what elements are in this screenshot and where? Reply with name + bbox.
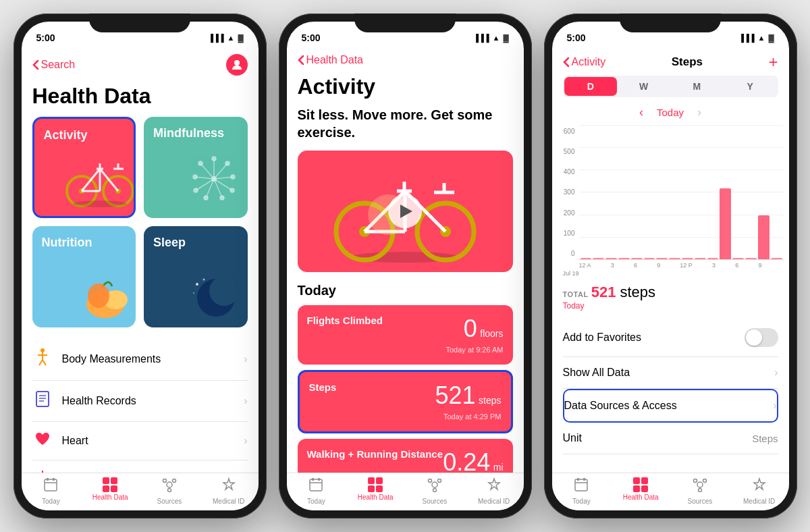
y-label-0: 0 — [558, 250, 575, 257]
favorites-toggle[interactable] — [745, 328, 778, 347]
video-banner[interactable] — [298, 151, 513, 272]
nav-back-3[interactable]: Activity — [563, 56, 606, 68]
next-date-arrow[interactable]: › — [697, 105, 701, 119]
tab-health-label-2: Health Data — [358, 494, 394, 501]
nav-bar-3: Activity Steps + — [552, 51, 789, 76]
profile-icon[interactable] — [226, 54, 248, 76]
date-label: Today — [657, 107, 684, 118]
data-sources-chevron: › — [773, 400, 776, 412]
add-favorites-item[interactable]: Add to Favorites — [563, 319, 778, 357]
nav-back-label-1: Search — [41, 59, 76, 71]
flights-climbed-card[interactable]: Flights Climbed 0 floors Today at 9:26 A… — [298, 305, 513, 365]
seg-week[interactable]: W — [617, 77, 670, 96]
health-tab-icon-1 — [103, 477, 117, 492]
tab-health-3[interactable]: Health Data — [611, 477, 670, 505]
bar-5 — [644, 258, 655, 259]
show-all-data-item[interactable]: Show All Data › — [563, 357, 778, 389]
tab-sources-label-3: Sources — [688, 498, 713, 505]
tab-sources-2[interactable]: Sources — [405, 477, 464, 505]
tab-bar-3: Today Health Data — [552, 473, 789, 510]
seg-day[interactable]: D — [564, 77, 618, 96]
nav-back-1[interactable]: Search — [32, 59, 76, 71]
svg-point-32 — [198, 161, 202, 165]
svg-line-16 — [214, 163, 227, 179]
wifi-icon-3: ▲ — [758, 34, 765, 42]
bar-0 — [580, 258, 592, 259]
walking-card[interactable]: Walking + Running Distance 0.24 mi Today… — [298, 439, 513, 473]
tab-health-2[interactable]: Health Data — [346, 477, 405, 505]
data-sources-item[interactable]: Data Sources & Access › — [563, 389, 778, 423]
tab-medical-1[interactable]: Medical ID — [199, 477, 259, 505]
tab-sources-1[interactable]: Sources — [140, 477, 199, 505]
list-item-heart[interactable]: Heart › — [32, 422, 248, 460]
x-3: 3 — [611, 262, 614, 269]
tab-medical-2[interactable]: Medical ID — [464, 477, 524, 505]
time-1: 5:00 — [36, 32, 55, 43]
wifi-icon-1: ▲ — [227, 34, 235, 42]
grid-card-activity[interactable]: Activity — [32, 117, 136, 218]
show-all-chevron: › — [774, 367, 778, 379]
show-all-right: › — [774, 367, 778, 379]
nutrition-label: Nutrition — [42, 236, 127, 250]
grid-card-sleep[interactable]: Sleep — [144, 226, 248, 327]
data-sources-label: Data Sources & Access — [564, 400, 677, 412]
nav-bar-2: Health Data — [287, 51, 524, 72]
add-favorites-label: Add to Favorites — [563, 331, 642, 344]
records-icon — [32, 390, 53, 412]
svg-point-95 — [697, 482, 703, 487]
page-title-1: Health Data — [22, 81, 259, 117]
today-tab-icon-2 — [308, 477, 323, 496]
steps-value-group: 521 steps — [435, 381, 502, 410]
body-chevron: › — [244, 353, 247, 365]
svg-point-87 — [432, 482, 437, 487]
play-button[interactable] — [388, 194, 422, 228]
time-2: 5:00 — [302, 32, 321, 43]
unit-item[interactable]: Unit Steps — [563, 423, 778, 454]
phone-2: 5:00 ▐▐▐ ▲ ▓ Health Data Activity Sit le… — [279, 14, 532, 518]
nav-back-2[interactable]: Health Data — [298, 54, 364, 66]
add-button[interactable]: + — [768, 54, 778, 70]
svg-rect-94 — [583, 478, 585, 481]
y-label-500: 500 — [558, 148, 575, 155]
prev-date-arrow[interactable]: ‹ — [639, 105, 643, 119]
list-item-reproductive[interactable]: Reproductive Health › — [32, 460, 248, 473]
list-item-body[interactable]: Body Measurements › — [32, 338, 248, 381]
tab-today-2[interactable]: Today — [287, 477, 346, 505]
seg-year[interactable]: Y — [724, 77, 777, 96]
tab-today-3[interactable]: Today — [552, 477, 612, 505]
signal-icon-1: ▐▐▐ — [208, 34, 223, 42]
category-grid: Activity — [22, 117, 259, 338]
svg-point-24 — [212, 157, 216, 161]
total-value-display: 521 steps — [591, 284, 655, 301]
options-list: Add to Favorites Show All Data › Data So… — [552, 319, 789, 454]
battery-icon-1: ▓ — [238, 34, 243, 42]
grid-card-nutrition[interactable]: Nutrition — [32, 226, 136, 327]
tab-medical-3[interactable]: Medical ID — [730, 477, 789, 505]
svg-rect-85 — [312, 478, 314, 481]
activity-page-title: Activity — [287, 72, 524, 106]
tab-sources-3[interactable]: Sources — [670, 477, 730, 505]
chart-y-labels: 600 500 400 300 200 100 0 — [558, 125, 579, 260]
svg-point-88 — [428, 479, 431, 483]
steps-card[interactable]: Steps 521 steps Today at 4:29 PM — [298, 370, 513, 433]
svg-point-0 — [234, 60, 240, 65]
tab-health-1[interactable]: Health Data — [80, 477, 140, 505]
grid-card-mindfulness[interactable]: Mindfulness — [144, 117, 248, 218]
bar-10 — [707, 258, 719, 259]
today-tab-icon-3 — [574, 477, 589, 496]
tab-today-1[interactable]: Today — [22, 477, 81, 505]
svg-point-30 — [194, 188, 198, 192]
total-label: TOTAL — [563, 290, 589, 298]
chart-container: 600 500 400 300 200 100 0 — [558, 125, 784, 277]
list-item-records[interactable]: Health Records › — [32, 381, 248, 422]
svg-rect-64 — [53, 478, 55, 481]
bar-2 — [605, 258, 617, 259]
svg-line-23 — [200, 163, 214, 179]
screen-3: 5:00 ▐▐▐ ▲ ▓ Activity Steps + D — [552, 22, 789, 510]
y-label-200: 200 — [558, 209, 575, 217]
svg-point-90 — [433, 489, 436, 492]
seg-month[interactable]: M — [670, 77, 724, 96]
walking-unit: mi — [493, 462, 504, 473]
svg-point-40 — [193, 292, 194, 294]
wifi-icon-2: ▲ — [493, 34, 500, 42]
